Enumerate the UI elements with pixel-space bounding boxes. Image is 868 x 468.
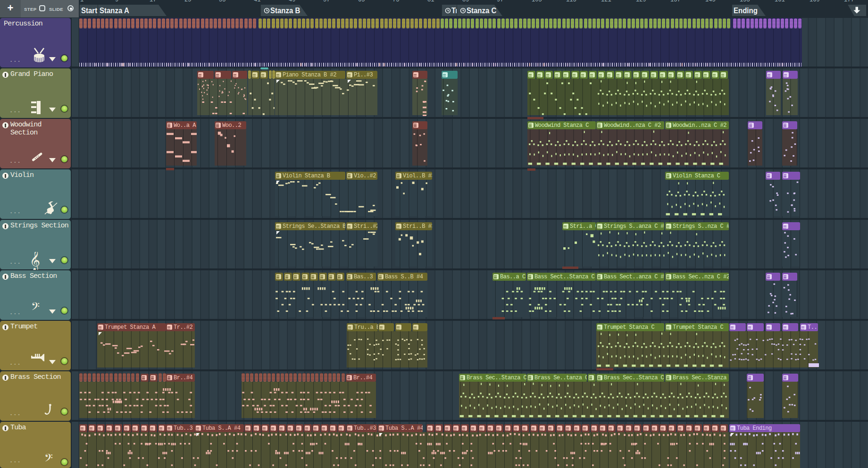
svg-text:𝄞: 𝄞 <box>30 252 40 270</box>
svg-text:𝄢: 𝄢 <box>31 302 40 315</box>
svg-text:𝄢: 𝄢 <box>44 454 53 466</box>
